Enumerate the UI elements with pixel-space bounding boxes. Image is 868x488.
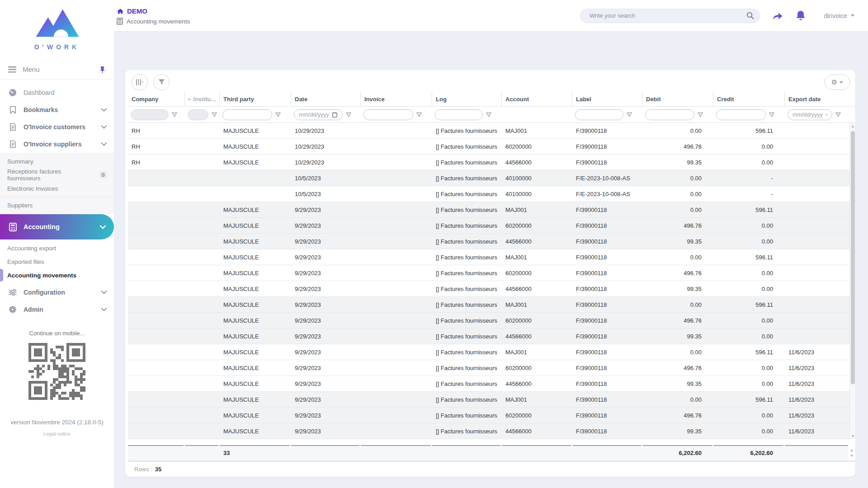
cell-account: 60200000 <box>502 139 572 154</box>
cell-export_date <box>785 328 850 344</box>
cell-date: 9/29/2023 <box>291 392 361 407</box>
table-row[interactable]: MAJUSCULE9/29/2023[] Factures fournisseu… <box>128 313 855 328</box>
cell-company <box>128 360 185 375</box>
cell-label: F/39000118 <box>572 392 642 407</box>
sidebar-item-dashboard[interactable]: Dashboard <box>0 84 114 101</box>
filter-credit[interactable] <box>716 109 766 120</box>
table-row[interactable]: MAJUSCULE9/29/2023[] Factures fournisseu… <box>128 218 855 234</box>
sidebar-item-receptions[interactable]: Réceptions factures fournisseurs 0 <box>0 168 114 182</box>
table-row[interactable]: RHMAJUSCULE10/29/2023[] Factures fournis… <box>128 123 855 139</box>
sidebar-item-accounting-export[interactable]: Accounting export <box>0 241 114 255</box>
cell-invoice <box>361 360 432 375</box>
filter-debit[interactable] <box>645 109 694 120</box>
sidebar-item-oinvoice-customers[interactable]: O'Invoice customers <box>0 118 114 136</box>
hamburger-icon[interactable] <box>8 66 16 73</box>
table-row[interactable]: MAJUSCULE9/29/2023[] Factures fournisseu… <box>128 234 855 249</box>
sidebar-item-bookmarks[interactable]: Bookmarks <box>0 101 114 118</box>
column-header-export_date[interactable]: Export date <box>785 92 850 106</box>
columns-button[interactable] <box>132 74 148 90</box>
table-row[interactable]: MAJUSCULE9/29/2023[] Factures fournisseu… <box>128 202 855 218</box>
search-bar[interactable] <box>580 9 760 23</box>
filter-funnel-icon[interactable] <box>835 112 841 118</box>
table-row[interactable]: MAJUSCULE9/29/2023[] Factures fournisseu… <box>128 265 855 281</box>
cell-date: 9/29/2023 <box>291 344 361 360</box>
table-row[interactable]: MAJUSCULE9/29/2023[] Factures fournisseu… <box>128 281 855 297</box>
filter-date[interactable]: mm/dd/yyyy <box>294 109 343 120</box>
table-row[interactable]: RHMAJUSCULE10/29/2023[] Factures fournis… <box>128 139 855 155</box>
filter-button[interactable] <box>153 74 170 90</box>
sidebar-item-accounting[interactable]: Accounting <box>0 214 114 239</box>
sidebar-item-admin[interactable]: Admin <box>0 301 114 318</box>
bookmark-icon <box>8 106 17 114</box>
sidebar-item-exported-files[interactable]: Exported files <box>0 255 114 268</box>
table-row[interactable]: MAJUSCULE9/29/2023[] Factures fournisseu… <box>128 408 855 423</box>
legal-notice-link[interactable]: Legal notice <box>0 431 114 436</box>
total-institution <box>185 445 220 461</box>
filter-funnel-icon[interactable] <box>626 112 632 118</box>
calendar-icon[interactable] <box>332 112 338 118</box>
sidebar-item-summary[interactable]: Summary <box>0 155 114 168</box>
column-header-third_party[interactable]: Third party <box>220 92 291 106</box>
user-menu[interactable]: dinvoice <box>824 12 854 19</box>
column-header-account[interactable]: Account <box>502 92 572 106</box>
sidebar-item-configuration[interactable]: Configuration <box>0 284 114 301</box>
column-header-date[interactable]: Date <box>291 92 361 106</box>
table-row[interactable]: MAJUSCULE9/29/2023[] Factures fournisseu… <box>128 328 855 344</box>
table-row[interactable]: MAJUSCULE9/29/2023[] Factures fournisseu… <box>128 297 855 313</box>
cell-third_party: MAJUSCULE <box>220 360 291 375</box>
table-row[interactable]: MAJUSCULE9/29/2023[] Factures fournisseu… <box>128 360 855 376</box>
totals-scroll-arrows[interactable]: ▲▼ <box>848 445 855 461</box>
scrollbar-thumb[interactable] <box>851 131 855 384</box>
mobile-section: Continue on mobile... version Novembre 2… <box>0 330 114 436</box>
filter-funnel-icon[interactable] <box>486 112 492 118</box>
table-row[interactable]: MAJUSCULE9/29/2023[] Factures fournisseu… <box>128 249 855 265</box>
column-header-log[interactable]: Log <box>432 92 502 106</box>
table-row[interactable]: 10/5/2023[] Factures fournisseurs4010000… <box>128 186 855 202</box>
filter-log[interactable] <box>435 109 483 120</box>
cell-third_party: MAJUSCULE <box>220 376 291 391</box>
column-header-credit[interactable]: Credit <box>713 92 785 106</box>
filter-third_party[interactable] <box>222 109 272 120</box>
table-row[interactable]: MAJUSCULE9/29/2023[] Factures fournisseu… <box>128 344 855 360</box>
sidebar-item-electronic-invoices[interactable]: Electronic Invoices <box>0 182 114 195</box>
scroll-down-arrow[interactable]: ▼ <box>850 433 855 439</box>
calendar-icon[interactable] <box>826 112 827 118</box>
table-row[interactable]: 10/5/2023[] Factures fournisseurs4010000… <box>128 170 855 186</box>
cell-institution <box>185 328 220 344</box>
filter-funnel-icon[interactable] <box>171 112 178 118</box>
filter-invoice[interactable] <box>363 109 413 120</box>
search-input[interactable] <box>590 12 746 19</box>
table-row[interactable]: MAJUSCULE9/29/2023[] Factures fournisseu… <box>128 392 855 408</box>
scroll-up-arrow[interactable]: ▲ <box>850 448 854 452</box>
filter-label[interactable] <box>575 109 623 120</box>
column-header-invoice[interactable]: Invoice <box>361 92 432 106</box>
sidebar-item-oinvoice-suppliers[interactable]: O'Invoice suppliers <box>0 136 114 153</box>
column-header-debit[interactable]: Debit <box>642 92 713 106</box>
filter-funnel-icon[interactable] <box>416 112 422 118</box>
search-icon[interactable] <box>746 12 754 19</box>
cell-log: [] Factures fournisseurs <box>432 170 502 186</box>
scroll-up-arrow[interactable]: ▲ <box>850 123 855 129</box>
filter-funnel-icon[interactable] <box>769 112 775 118</box>
filter-funnel-icon[interactable] <box>345 112 352 118</box>
share-icon[interactable] <box>772 11 783 21</box>
bell-icon[interactable] <box>795 10 806 21</box>
menu-header[interactable]: Menu <box>0 60 114 80</box>
column-header-label[interactable]: Label <box>572 92 642 106</box>
filter-funnel-icon[interactable] <box>275 112 281 118</box>
sidebar-item-accounting-movements[interactable]: Accounting movements <box>0 268 114 282</box>
column-header-institution[interactable]: ▸Institu... <box>185 92 220 106</box>
filter-export_date[interactable]: mm/dd/yyyy <box>788 109 832 120</box>
table-settings-button[interactable]: ⚙ <box>825 75 850 90</box>
table-row[interactable]: MAJUSCULE9/29/2023[] Factures fournisseu… <box>128 423 855 439</box>
column-header-company[interactable]: Company <box>128 92 185 106</box>
filter-funnel-icon[interactable] <box>697 112 703 118</box>
cell-debit: 0.00 <box>642 392 713 407</box>
filter-funnel-icon[interactable] <box>211 112 217 118</box>
sidebar-item-suppliers[interactable]: Suppliers <box>0 197 114 212</box>
vertical-scrollbar[interactable]: ▲▼ <box>849 123 855 439</box>
scroll-down-arrow[interactable]: ▼ <box>850 454 854 458</box>
table-row[interactable]: RHMAJUSCULE10/29/2023[] Factures fournis… <box>128 155 855 170</box>
pin-icon[interactable] <box>99 66 106 73</box>
table-row[interactable]: MAJUSCULE9/29/2023[] Factures fournisseu… <box>128 376 855 392</box>
